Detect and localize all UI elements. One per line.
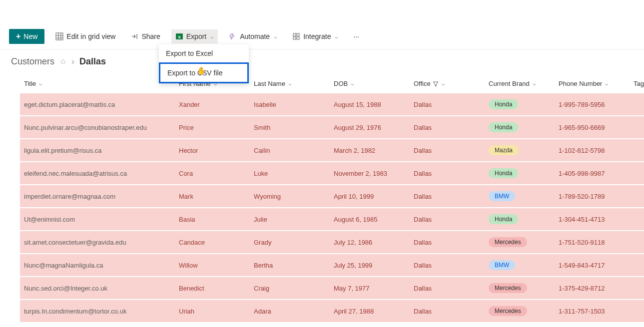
- cell-phone: 1-102-812-5798: [555, 139, 630, 162]
- column-header-dob[interactable]: DOB⌵: [334, 80, 406, 87]
- cell-dob: May 7, 1977: [330, 277, 410, 300]
- cell-first-name: Hector: [175, 139, 250, 162]
- svg-rect-0: [56, 33, 63, 40]
- filter-icon: [433, 81, 439, 87]
- brand-pill: Honda: [489, 122, 518, 132]
- edit-grid-label: Edit in grid view: [66, 32, 115, 40]
- table-row[interactable]: eleifend.nec.malesuada@atrisus.caCoraLuk…: [20, 162, 644, 185]
- brand-pill: Honda: [489, 99, 518, 109]
- breadcrumb: Customers ☆ › Dallas: [0, 49, 644, 74]
- new-button[interactable]: + New: [9, 29, 44, 44]
- breadcrumb-separator: ›: [71, 56, 74, 67]
- column-header-office[interactable]: Office⌵: [414, 80, 481, 87]
- ellipsis-icon: ···: [353, 32, 359, 40]
- command-bar: + New Edit in grid view Share x Export ⌵…: [0, 24, 644, 49]
- cell-office: Dallas: [410, 231, 485, 254]
- brand-pill: Honda: [489, 214, 518, 224]
- cell-office: Dallas: [410, 93, 485, 116]
- table-row[interactable]: turpis.In.condimentum@tortor.co.ukUriahA…: [20, 300, 644, 323]
- automate-button[interactable]: Automate ⌵: [225, 29, 281, 43]
- edit-grid-button[interactable]: Edit in grid view: [51, 29, 119, 43]
- chevron-down-icon: ⌵: [605, 80, 609, 87]
- cell-first-name: Benedict: [175, 277, 250, 300]
- favorite-icon[interactable]: ☆: [59, 57, 66, 66]
- cell-dob: July 25, 1999: [330, 254, 410, 277]
- cell-tags: [630, 162, 644, 185]
- column-header-last-name[interactable]: Last Name⌵: [254, 80, 326, 87]
- table-row[interactable]: Ut@enimnisl.comBasiaJulieAugust 6, 1985D…: [20, 208, 644, 231]
- cell-phone: 1-549-843-4717: [555, 254, 630, 277]
- table-row[interactable]: ligula.elit.pretium@risus.caHectorCailin…: [20, 139, 644, 162]
- table-row[interactable]: sit.amet.consectetuer@gravida.eduCandace…: [20, 231, 644, 254]
- cell-office: Dallas: [410, 162, 485, 185]
- new-button-label: New: [23, 32, 37, 40]
- cell-title: eleifend.nec.malesuada@atrisus.ca: [24, 170, 127, 177]
- table-row[interactable]: Nunc.pulvinar.arcu@conubianostraper.eduP…: [20, 116, 644, 139]
- cell-phone: 1-995-789-5956: [555, 93, 630, 116]
- cell-office: Dallas: [410, 277, 485, 300]
- chevron-down-icon: ⌵: [288, 80, 292, 87]
- cell-dob: August 15, 1988: [330, 93, 410, 116]
- table-row[interactable]: imperdiet.ornare@magnaa.comMarkWyomingAp…: [20, 185, 644, 208]
- cell-first-name: Basia: [175, 208, 250, 231]
- cell-last-name: Craig: [250, 277, 330, 300]
- cell-last-name: Isabelle: [250, 93, 330, 116]
- excel-icon: x: [175, 32, 183, 40]
- brand-pill: BMW: [489, 260, 515, 270]
- cell-last-name: Adara: [250, 300, 330, 323]
- table-row[interactable]: Nunc@magnaNamligula.caWillowBerthaJuly 2…: [20, 254, 644, 277]
- brand-pill: Mazda: [489, 145, 519, 155]
- cell-last-name: Smith: [250, 116, 330, 139]
- export-button[interactable]: x Export ⌵: [171, 29, 218, 43]
- table-row[interactable]: Nunc.sed.orci@Integer.co.ukBenedictCraig…: [20, 277, 644, 300]
- chevron-down-icon: ⌵: [442, 80, 445, 87]
- cell-tags: [630, 277, 644, 300]
- chevron-down-icon: ⌵: [274, 33, 277, 40]
- cell-tags: [630, 139, 644, 162]
- cell-title: Nunc.sed.orci@Integer.co.uk: [24, 285, 107, 292]
- cell-tags: [630, 254, 644, 277]
- column-header-brand[interactable]: Current Brand⌵: [489, 80, 551, 87]
- cell-office: Dallas: [410, 254, 485, 277]
- cell-title: turpis.In.condimentum@tortor.co.uk: [24, 308, 126, 315]
- breadcrumb-list[interactable]: Customers: [11, 56, 54, 67]
- svg-rect-10: [297, 37, 299, 39]
- svg-rect-8: [297, 33, 299, 36]
- cell-dob: July 12, 1986: [330, 231, 410, 254]
- cell-dob: April 27, 1988: [330, 300, 410, 323]
- cell-title: Nunc@magnaNamligula.ca: [24, 262, 103, 269]
- grid-icon: [55, 32, 63, 40]
- brand-pill: Honda: [489, 168, 518, 178]
- cell-tags: [630, 93, 644, 116]
- column-header-phone[interactable]: Phone Number⌵: [559, 80, 626, 87]
- cell-phone: 1-965-950-6669: [555, 116, 630, 139]
- cell-first-name: Price: [175, 116, 250, 139]
- cell-dob: March 2, 1982: [330, 139, 410, 162]
- cell-title: ligula.elit.pretium@risus.ca: [24, 147, 102, 154]
- export-excel-item[interactable]: Export to Excel: [159, 44, 249, 62]
- svg-rect-7: [293, 33, 296, 36]
- cell-office: Dallas: [410, 139, 485, 162]
- chevron-down-icon: ⌵: [351, 80, 354, 87]
- column-header-tags[interactable]: Tags: [634, 80, 644, 87]
- brand-pill: Mercedes: [489, 306, 527, 316]
- cell-title: eget.dictum.placerat@mattis.ca: [24, 101, 115, 108]
- export-dropdown: Export to Excel Export to CSV file ✋: [159, 44, 249, 83]
- cell-first-name: Willow: [175, 254, 250, 277]
- integrate-button[interactable]: Integrate ⌵: [288, 29, 342, 43]
- cell-first-name: Uriah: [175, 300, 250, 323]
- chevron-down-icon: ⌵: [335, 33, 338, 40]
- automate-icon: [229, 32, 237, 40]
- table-row[interactable]: eget.dictum.placerat@mattis.caXanderIsab…: [20, 93, 644, 116]
- column-header-title[interactable]: Title⌵: [24, 80, 171, 87]
- export-csv-item[interactable]: Export to CSV file ✋: [159, 62, 249, 83]
- data-table: Title⌵ First Name⌵ Last Name⌵ DOB⌵ Offic…: [20, 74, 644, 323]
- share-button[interactable]: Share: [126, 29, 164, 43]
- cell-office: Dallas: [410, 208, 485, 231]
- cell-title: sit.amet.consectetuer@gravida.edu: [24, 239, 126, 246]
- cell-last-name: Wyoming: [250, 185, 330, 208]
- more-button[interactable]: ···: [349, 29, 363, 43]
- brand-pill: Mercedes: [489, 283, 527, 293]
- cell-dob: April 10, 1999: [330, 185, 410, 208]
- chevron-down-icon: ⌵: [210, 33, 214, 40]
